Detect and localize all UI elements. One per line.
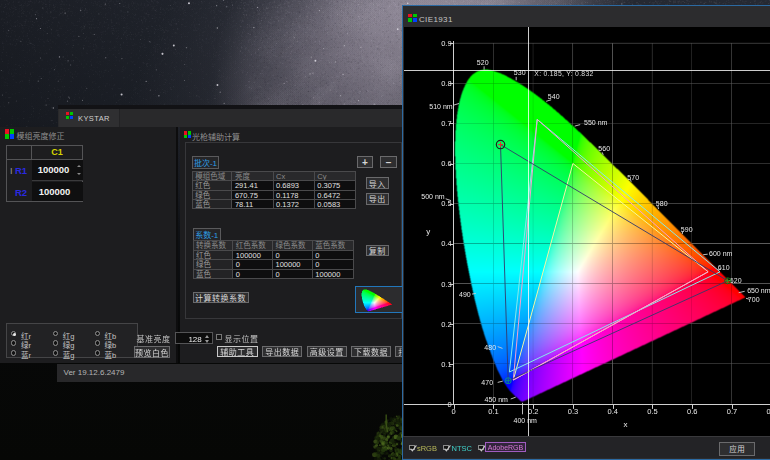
svg-text:0.3: 0.3 [567,407,577,416]
svg-text:0.2: 0.2 [528,407,538,416]
svg-text:0.7: 0.7 [726,407,736,416]
svg-text:490: 490 [459,291,471,298]
svg-text:0.2: 0.2 [441,320,451,329]
svg-text:0.8: 0.8 [766,407,770,416]
svg-text:y: y [426,227,430,236]
svg-text:610: 610 [717,264,729,271]
svg-text:0.9: 0.9 [441,39,451,48]
svg-text:510 nm: 510 nm [429,103,453,110]
svg-text:0.3: 0.3 [441,279,451,288]
svg-text:700: 700 [747,296,759,303]
svg-text:560: 560 [598,145,610,152]
svg-text:650 nm: 650 nm [747,287,770,294]
svg-text:0.1: 0.1 [441,360,451,369]
svg-text:0.4: 0.4 [441,239,451,248]
svg-text:x: x [623,420,627,429]
svg-text:X: 0.185, Y: 0.832: X: 0.185, Y: 0.832 [534,70,593,77]
svg-text:500 nm: 500 nm [421,193,445,200]
svg-text:450 nm: 450 nm [484,396,508,403]
svg-text:570: 570 [627,174,639,181]
svg-text:0.7: 0.7 [441,119,451,128]
svg-text:480: 480 [484,344,496,351]
svg-text:0.8: 0.8 [441,79,451,88]
svg-text:470: 470 [481,379,493,386]
svg-text:0.4: 0.4 [607,407,617,416]
svg-text:520: 520 [476,59,488,66]
svg-text:0.6: 0.6 [687,407,697,416]
svg-text:0: 0 [451,407,455,416]
svg-text:0.6: 0.6 [441,159,451,168]
svg-text:400 nm: 400 nm [513,417,537,424]
svg-text:0.1: 0.1 [488,407,498,416]
svg-text:540: 540 [547,93,559,100]
svg-text:600 nm: 600 nm [709,250,733,257]
svg-text:0.5: 0.5 [647,407,657,416]
svg-text:550 nm: 550 nm [584,119,608,126]
